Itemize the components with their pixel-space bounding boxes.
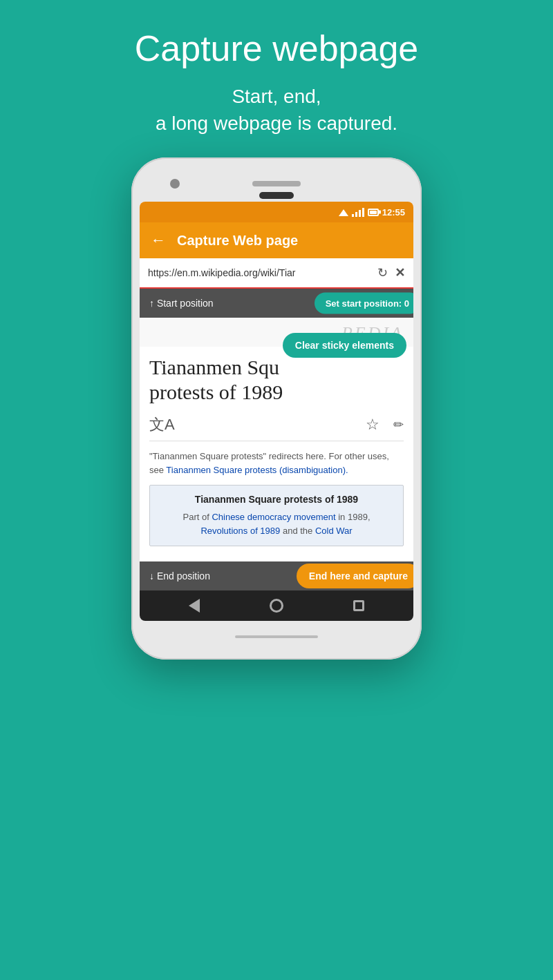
article-icons-row: 文A ☆ ✏ (149, 414, 404, 441)
phone-outer: 12:55 ← Capture Web page https://en.m.wi… (131, 157, 422, 660)
status-icons: 12:55 (339, 207, 405, 218)
clear-sticky-button[interactable]: Clear sticky elements (283, 333, 406, 358)
back-button[interactable]: ← (151, 231, 166, 249)
phone-speaker (252, 181, 301, 186)
end-position-label: ↓ End position (149, 570, 210, 582)
wifi-icon (339, 209, 348, 216)
set-start-position-button[interactable]: Set start position: 0 (315, 293, 413, 314)
toolbar-title: Capture Web page (177, 233, 298, 249)
end-position-bar: ↓ End position End here and capture (140, 561, 413, 590)
url-bar: https://en.m.wikipedia.org/wiki/Tiar ↻ ✕ (140, 258, 413, 289)
battery-icon (368, 209, 379, 216)
header-subtitle: Start, end, a long webpage is captured. (0, 83, 553, 137)
phone-camera (170, 179, 180, 189)
url-reload-button[interactable]: ↻ (377, 265, 388, 280)
translate-icon[interactable]: 文A (149, 414, 175, 435)
disambiguation-link[interactable]: Tiananmen Square protests (disambiguatio… (166, 465, 348, 475)
infobox-row: Part of Chinese democracy movement in 19… (158, 510, 395, 537)
article-content: Tiananmen Squ protests of 1989 文A ☆ ✏ "T… (140, 347, 413, 561)
status-time: 12:55 (382, 207, 405, 218)
nav-home-icon (270, 599, 283, 613)
bottom-nav (140, 590, 413, 621)
nav-recents-button[interactable] (348, 595, 369, 616)
phone-earpiece (259, 192, 294, 199)
nav-recents-icon (353, 600, 364, 611)
phone-top-bar (140, 170, 413, 198)
phone-bottom-bar (140, 626, 413, 647)
nav-home-button[interactable] (266, 595, 287, 616)
end-here-capture-button[interactable]: End here and capture (297, 564, 413, 588)
star-icon[interactable]: ☆ (366, 416, 379, 434)
infobox-title: Tiananmen Square protests of 1989 (158, 494, 395, 505)
cold-war-link[interactable]: Cold War (315, 526, 353, 536)
url-text[interactable]: https://en.m.wikipedia.org/wiki/Tiar (148, 267, 371, 278)
article-redirect-text: "Tiananmen Square protests" redirects he… (149, 450, 404, 477)
chinese-democracy-link[interactable]: Chinese democracy movement (212, 512, 335, 522)
signal-icon (352, 207, 364, 217)
start-position-label: ↑ Start position (149, 298, 214, 309)
header-section: Capture webpage Start, end, a long webpa… (0, 0, 553, 157)
status-bar: 12:55 (140, 202, 413, 222)
phone-screen: 12:55 ← Capture Web page https://en.m.wi… (140, 202, 413, 621)
article-title: Tiananmen Squ protests of 1989 (149, 355, 404, 405)
phone-mockup: 12:55 ← Capture Web page https://en.m.wi… (0, 157, 553, 660)
start-position-bar: ↑ Start position Set start position: 0 (140, 289, 413, 318)
nav-back-icon (189, 599, 200, 613)
nav-back-button[interactable] (184, 595, 205, 616)
article-infobox: Tiananmen Square protests of 1989 Part o… (149, 485, 404, 546)
url-close-button[interactable]: ✕ (395, 265, 405, 280)
page-title: Capture webpage (0, 28, 553, 69)
revolutions-link[interactable]: Revolutions of 1989 (200, 526, 280, 536)
edit-icon[interactable]: ✏ (393, 417, 404, 432)
app-toolbar: ← Capture Web page (140, 222, 413, 258)
home-indicator (235, 635, 318, 638)
